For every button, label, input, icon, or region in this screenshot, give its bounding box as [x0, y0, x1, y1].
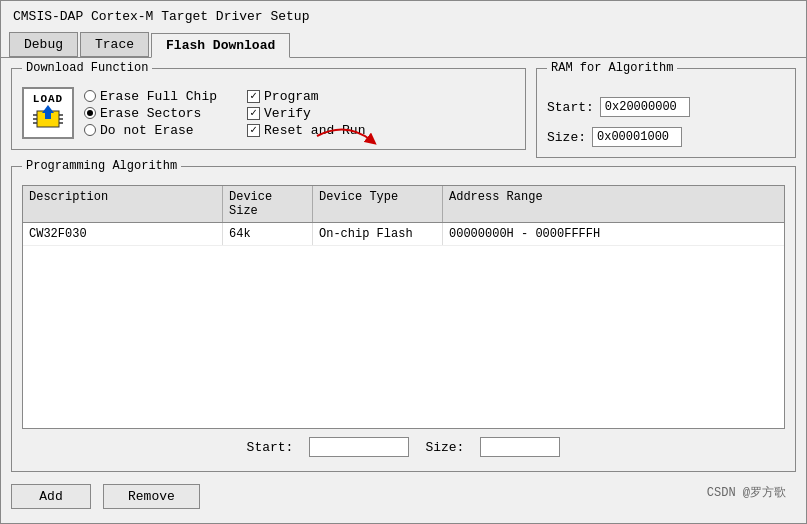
col-header-device-size: Device Size: [223, 186, 313, 222]
programming-algorithm-group: Programming Algorithm Description Device…: [11, 166, 796, 472]
add-button[interactable]: Add: [11, 484, 91, 509]
col-header-device-type: Device Type: [313, 186, 443, 222]
load-icon-graphic: [29, 105, 67, 133]
prog-start-input[interactable]: [309, 437, 409, 457]
prog-start-label: Start:: [247, 440, 294, 455]
main-window: CMSIS-DAP Cortex-M Target Driver Setup D…: [0, 0, 807, 524]
radio-dot-erase-sectors: [87, 110, 93, 116]
cell-device-size: 64k: [223, 223, 313, 245]
algorithm-table: Description Device Size Device Type Addr…: [22, 185, 785, 429]
radio-circle-erase-sectors: [84, 107, 96, 119]
radio-erase-sectors[interactable]: Erase Sectors: [84, 106, 217, 121]
title-bar: CMSIS-DAP Cortex-M Target Driver Setup: [1, 1, 806, 32]
tab-content: Download Function LOAD: [1, 58, 806, 523]
tab-flash-download[interactable]: Flash Download: [151, 33, 290, 58]
size-row: Size:: [547, 127, 785, 147]
download-inner: LOAD: [22, 87, 515, 139]
size-input[interactable]: [592, 127, 682, 147]
remove-button[interactable]: Remove: [103, 484, 200, 509]
watermark: CSDN @罗方歌: [707, 484, 796, 505]
checkbox-reset-and-run[interactable]: ✓ Reset and Run: [247, 123, 365, 138]
load-icon: LOAD: [22, 87, 74, 139]
size-label: Size:: [547, 130, 586, 145]
checkbox-verify[interactable]: ✓ Verify: [247, 106, 365, 121]
cell-device-type: On-chip Flash: [313, 223, 443, 245]
checkbox-program[interactable]: ✓ Program: [247, 89, 365, 104]
checkbox-box-program: ✓: [247, 90, 260, 103]
radio-circle-do-not-erase: [84, 124, 96, 136]
radio-circle-erase-full: [84, 90, 96, 102]
tab-bar: Debug Trace Flash Download: [1, 32, 806, 58]
checkmark-program: ✓: [250, 91, 257, 102]
col-header-description: Description: [23, 186, 223, 222]
radio-erase-full-chip[interactable]: Erase Full Chip: [84, 89, 217, 104]
checkmark-verify: ✓: [250, 108, 257, 119]
radio-do-not-erase[interactable]: Do not Erase: [84, 123, 217, 138]
start-input[interactable]: [600, 97, 690, 117]
ram-row: Start:: [547, 97, 785, 117]
radio-group: Erase Full Chip Erase Sectors Do not Era…: [84, 89, 217, 138]
tab-trace[interactable]: Trace: [80, 32, 149, 57]
checkmark-reset-and-run: ✓: [250, 125, 257, 136]
checkbox-box-verify: ✓: [247, 107, 260, 120]
cell-description: CW32F030: [23, 223, 223, 245]
ram-algorithm-label: RAM for Algorithm: [547, 61, 677, 75]
download-function-label: Download Function: [22, 61, 152, 75]
window-title: CMSIS-DAP Cortex-M Target Driver Setup: [13, 9, 309, 24]
load-icon-text: LOAD: [33, 93, 63, 105]
start-label: Start:: [547, 100, 594, 115]
table-empty-area: [23, 246, 784, 326]
prog-size-input[interactable]: [480, 437, 560, 457]
prog-bottom: Start: Size:: [22, 433, 785, 461]
col-header-address-range: Address Range: [443, 186, 784, 222]
prog-size-label: Size:: [425, 440, 464, 455]
prog-buttons: Add Remove: [11, 480, 200, 509]
download-function-group: Download Function LOAD: [11, 68, 526, 150]
top-row: Download Function LOAD: [11, 68, 796, 158]
programming-algorithm-label: Programming Algorithm: [22, 159, 181, 173]
ram-algorithm-group: RAM for Algorithm Start: Size:: [536, 68, 796, 158]
checkbox-group: ✓ Program ✓ Verify ✓: [247, 89, 365, 138]
checkbox-box-reset-and-run: ✓: [247, 124, 260, 137]
tab-debug[interactable]: Debug: [9, 32, 78, 57]
table-header: Description Device Size Device Type Addr…: [23, 186, 784, 223]
cell-address-range: 00000000H - 0000FFFFH: [443, 223, 784, 245]
table-row[interactable]: CW32F030 64k On-chip Flash 00000000H - 0…: [23, 223, 784, 246]
